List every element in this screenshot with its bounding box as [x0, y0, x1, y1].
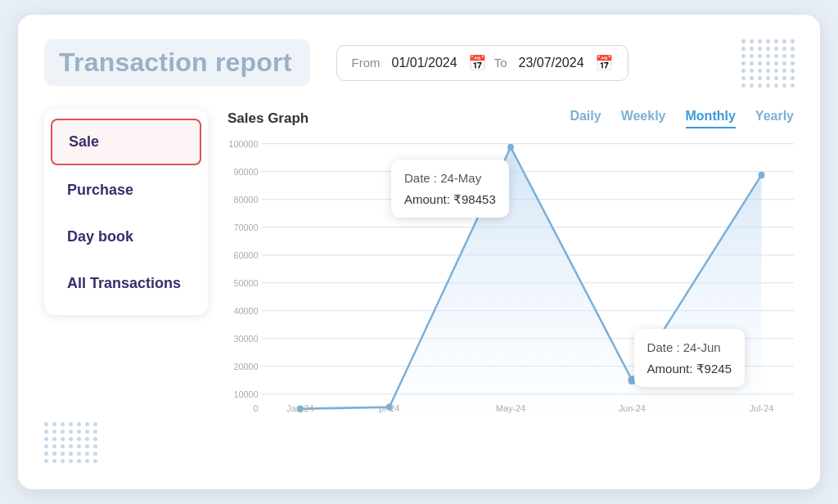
svg-text:90000: 90000 [233, 167, 258, 177]
chart-area: Sales Graph Daily Weekly Monthly Yearly [228, 109, 794, 438]
sidebar-item-sale[interactable]: Sale [51, 119, 201, 165]
svg-point-26 [759, 172, 765, 179]
svg-text:May-24: May-24 [496, 403, 525, 413]
svg-text:30000: 30000 [233, 334, 258, 344]
svg-text:Jul-24: Jul-24 [750, 403, 774, 413]
svg-text:100000: 100000 [228, 139, 258, 149]
svg-text:80000: 80000 [233, 195, 258, 205]
svg-text:60000: 60000 [233, 250, 258, 260]
main-body: Sale Purchase Day book All Transactions … [44, 109, 794, 438]
dot-grid-bottom-left [44, 422, 98, 463]
svg-point-24 [507, 144, 514, 151]
svg-text:0: 0 [254, 403, 259, 413]
from-label: From [352, 56, 381, 70]
svg-text:40000: 40000 [233, 306, 258, 316]
sidebar-list: Sale Purchase Day book All Transactions [44, 109, 208, 315]
page-title: Transaction report [44, 39, 310, 86]
tab-group: Daily Weekly Monthly Yearly [570, 109, 794, 128]
tab-yearly[interactable]: Yearly [755, 109, 794, 128]
to-label: To [494, 56, 507, 70]
svg-text:50000: 50000 [233, 278, 258, 288]
svg-point-25 [628, 376, 636, 385]
to-calendar-icon[interactable]: 📅 [595, 54, 613, 72]
svg-text:Jun-24: Jun-24 [619, 403, 646, 413]
from-date: 01/01/2024 [392, 56, 457, 70]
tab-daily[interactable]: Daily [570, 109, 601, 128]
graph-container: 100000 90000 80000 70000 60000 50000 400… [228, 135, 794, 438]
from-calendar-icon[interactable]: 📅 [468, 54, 486, 72]
chart-header: Sales Graph Daily Weekly Monthly Yearly [228, 109, 794, 128]
sales-chart: 100000 90000 80000 70000 60000 50000 400… [228, 135, 794, 413]
sidebar-item-alltransactions[interactable]: All Transactions [51, 262, 201, 305]
sidebar-item-daybook[interactable]: Day book [51, 215, 201, 259]
tab-weekly[interactable]: Weekly [621, 109, 666, 128]
svg-text:70000: 70000 [233, 223, 258, 232]
svg-text:Jan-24: Jan-24 [286, 403, 313, 413]
main-card: Transaction report From 01/01/2024 📅 To … [18, 15, 820, 489]
sidebar-item-purchase[interactable]: Purchase [51, 169, 201, 212]
to-date: 23/07/2024 [518, 56, 583, 70]
page-header: Transaction report From 01/01/2024 📅 To … [44, 39, 794, 86]
svg-text:10000: 10000 [233, 389, 258, 399]
svg-text:pr-24: pr-24 [379, 403, 399, 413]
sidebar: Sale Purchase Day book All Transactions [44, 109, 208, 438]
tab-monthly[interactable]: Monthly [686, 109, 736, 128]
chart-title: Sales Graph [228, 110, 309, 127]
date-range-picker[interactable]: From 01/01/2024 📅 To 23/07/2024 📅 [336, 45, 628, 81]
svg-text:20000: 20000 [233, 362, 258, 371]
dot-grid-top-right [741, 39, 795, 88]
